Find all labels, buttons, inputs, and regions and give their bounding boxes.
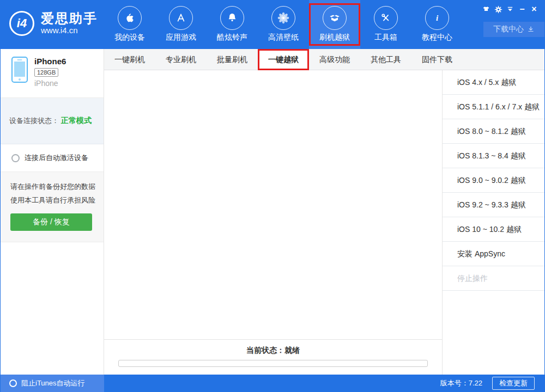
window-controls: − × <box>480 4 540 14</box>
prevent-itunes-section: 阻止iTunes自动运行 <box>1 375 104 392</box>
bell-icon <box>220 6 244 30</box>
app-website: www.i4.cn <box>41 26 98 35</box>
jailbreak-options-panel: iOS 4.x / 5.x 越狱 iOS 5.1.1 / 6.x / 7.x 越… <box>442 70 544 375</box>
backup-warning-section: 请在操作前备份好您的数据 使用本工具请自行承担风险 备份 / 恢复 <box>1 171 104 242</box>
current-status-text: 当前状态：就绪 <box>104 346 442 356</box>
appstore-icon <box>169 6 193 30</box>
settings-gear-icon[interactable] <box>492 4 504 14</box>
app-logo: i4 爱思助手 www.i4.cn <box>9 11 98 36</box>
nav-item-apps-games[interactable]: 应用游戏 <box>155 0 207 49</box>
auto-activate-radio[interactable] <box>11 154 20 162</box>
device-info-section: iPhone6 128GB iPhone <box>1 49 104 98</box>
connection-status-label: 设备连接状态： <box>9 116 59 126</box>
progress-bar <box>118 360 428 367</box>
nav-item-toolbox[interactable]: 工具箱 <box>360 0 411 49</box>
prevent-itunes-label: 阻止iTunes自动运行 <box>21 378 85 388</box>
nav-label: 我的设备 <box>104 33 155 42</box>
download-arrow-icon <box>527 26 535 33</box>
wallpaper-icon <box>271 6 295 30</box>
version-number: 版本号：7.22 <box>440 378 482 388</box>
svg-text:i: i <box>436 14 439 22</box>
iphone-device-icon <box>11 57 28 83</box>
prevent-itunes-radio[interactable] <box>9 379 17 387</box>
main-navigation: 我的设备 应用游戏 酷炫铃声 <box>104 0 463 49</box>
footer-bar: 阻止iTunes自动运行 版本号：7.22 检查更新 <box>1 375 544 392</box>
nav-item-my-device[interactable]: 我的设备 <box>104 0 155 49</box>
toolbox-icon <box>374 6 398 30</box>
nav-label: 教程中心 <box>411 33 463 42</box>
device-name: iPhone6 <box>34 57 66 66</box>
operation-status-area: 当前状态：就绪 <box>104 339 442 375</box>
tab-one-click-jailbreak[interactable]: 一键越狱 <box>258 49 309 70</box>
jailbreak-ios9.0-9.0.2[interactable]: iOS 9.0 ~ 9.0.2 越狱 <box>443 168 544 193</box>
nav-item-tutorials[interactable]: i 教程中心 <box>411 0 463 49</box>
app-title: 爱思助手 <box>41 11 98 26</box>
jailbreak-ios5-6-7[interactable]: iOS 5.1.1 / 6.x / 7.x 越狱 <box>443 95 544 119</box>
install-appsync[interactable]: 安装 AppSync <box>443 242 544 266</box>
download-center-label: 下载中心 <box>493 24 524 34</box>
nav-label: 应用游戏 <box>155 33 207 42</box>
jailbreak-ios10-10.2[interactable]: iOS 10 ~ 10.2 越狱 <box>443 217 544 242</box>
nav-item-flash-jailbreak[interactable]: 刷机越狱 <box>309 0 360 49</box>
nav-label: 酷炫铃声 <box>207 33 258 42</box>
jailbreak-ios9.2-9.3.3[interactable]: iOS 9.2 ~ 9.3.3 越狱 <box>443 193 544 217</box>
header-bar: i4 爱思助手 www.i4.cn 我的设备 <box>1 0 545 49</box>
logo-mark: i4 <box>17 16 27 30</box>
jailbreak-box-icon <box>323 6 347 30</box>
minimize-icon[interactable]: − <box>516 4 528 14</box>
tab-advanced-features[interactable]: 高级功能 <box>309 49 360 70</box>
device-sidebar: iPhone6 128GB iPhone 设备连接状态： 正常模式 连接后自动激… <box>1 49 104 375</box>
device-type: iPhone <box>34 79 66 88</box>
download-center-button[interactable]: 下载中心 <box>483 22 544 37</box>
tab-one-click-flash[interactable]: 一键刷机 <box>104 49 155 70</box>
sub-tab-bar: 一键刷机 专业刷机 批量刷机 一键越狱 高级功能 其他工具 固件下载 <box>104 49 544 70</box>
close-icon[interactable]: × <box>528 4 540 14</box>
tab-pro-flash[interactable]: 专业刷机 <box>155 49 207 70</box>
logo-i4-icon: i4 <box>9 11 34 36</box>
nav-label: 刷机越狱 <box>309 33 360 42</box>
tab-batch-flash[interactable]: 批量刷机 <box>207 49 258 70</box>
check-update-button[interactable]: 检查更新 <box>492 377 535 390</box>
collapse-icon[interactable] <box>504 4 516 14</box>
stop-operation: 停止操作 <box>443 266 544 291</box>
jailbreak-ios8.1.3-8.4[interactable]: iOS 8.1.3 ~ 8.4 越狱 <box>443 144 544 168</box>
auto-activate-section: 连接后自动激活设备 <box>1 144 104 171</box>
apple-icon <box>118 6 142 30</box>
nav-label: 工具箱 <box>360 33 411 42</box>
connection-status-section: 设备连接状态： 正常模式 <box>1 98 104 144</box>
nav-item-ringtones[interactable]: 酷炫铃声 <box>207 0 258 49</box>
jailbreak-ios4-5[interactable]: iOS 4.x / 5.x 越狱 <box>443 70 544 95</box>
auto-activate-label: 连接后自动激活设备 <box>25 153 88 163</box>
backup-restore-button[interactable]: 备份 / 恢复 <box>10 213 92 231</box>
skin-icon[interactable] <box>480 4 492 14</box>
app-window: i4 爱思助手 www.i4.cn 我的设备 <box>0 0 545 392</box>
tab-firmware-download[interactable]: 固件下载 <box>411 49 463 70</box>
main-content-area: 当前状态：就绪 <box>104 70 442 375</box>
device-capacity-badge: 128GB <box>34 68 58 77</box>
warning-line-2: 使用本工具请自行承担风险 <box>10 193 104 207</box>
jailbreak-ios8.0-8.1.2[interactable]: iOS 8.0 ~ 8.1.2 越狱 <box>443 119 544 144</box>
info-icon: i <box>425 6 449 30</box>
nav-item-wallpapers[interactable]: 高清壁纸 <box>258 0 309 49</box>
connection-status-value: 正常模式 <box>61 116 92 126</box>
warning-line-1: 请在操作前备份好您的数据 <box>10 180 104 193</box>
tab-other-tools[interactable]: 其他工具 <box>360 49 411 70</box>
nav-label: 高清壁纸 <box>258 33 309 42</box>
